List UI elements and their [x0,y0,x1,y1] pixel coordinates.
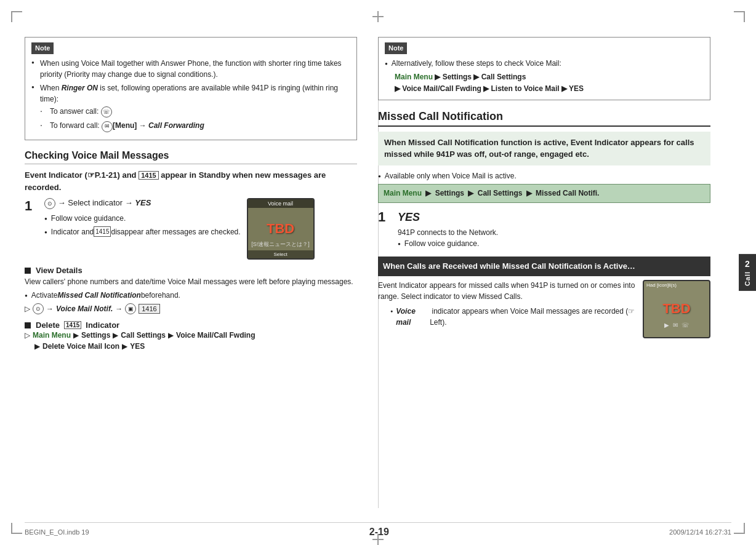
right-note-label: Note [385,42,407,54]
delete-nav-line-1: ▷ Main Menu ▶ Settings ▶ Call Settings ▶… [25,331,357,340]
when-calls-image-area: Had [icon]ll(s) TBD ▶ ✉ ☏ [643,280,710,338]
phone-japanese-1: [S!速報ニュースとは？] [251,241,310,249]
phone-screen-2: Had [icon]ll(s) TBD ▶ ✉ ☏ [644,281,709,337]
corner-mark-tl [11,11,22,22]
note-subitem-2: To forward call: ✉[Menu] → Call Forwardi… [40,120,350,132]
footer-left: BEGIN_E_OI.indb 19 [25,528,89,536]
answer-icon: ☏ [101,106,112,117]
left-note-box: Note When using Voice Mail together with… [25,37,357,140]
phone-title-1: Voice mail [248,199,313,208]
phone-screen-1: Voice mail TBD [S!速報ニュースとは？] Select [248,199,313,258]
note-item-2: When Ringer ON is set, following operati… [31,82,350,133]
corner-mark-bl [11,523,22,534]
missed-call-section-title: Missed Call Notification [378,110,710,127]
when-calls-body: Event Indicator appears for missed calls… [378,280,637,302]
note-item-1: When using Voice Mail together with Answ… [31,58,350,80]
step-1-content: ⊙ → Select indicator → YES Follow voice … [44,198,315,260]
view-details-bullet: Activate Missed Call Notification before… [25,290,357,301]
when-calls-bullet: Voice mail indicator appears when Voice … [378,306,637,328]
step-yes-label: YES [398,209,710,226]
phone-top-2: Had [icon]ll(s) [646,282,707,288]
delete-indicator-section: Delete 1415 Indicator ▷ Main Menu ▶ Sett… [25,320,357,351]
tab-number: 2 [745,259,750,269]
missed-call-highlight: When Missed Call Notification function i… [378,132,710,165]
tbd-label-2: TBD [662,301,690,317]
note-list: When using Voice Mail together with Answ… [31,58,350,133]
page-number: 2-19 [369,527,389,538]
when-calls-text: Event Indicator appears for missed calls… [378,280,637,338]
step-1-image-area: Voice mail TBD [S!速報ニュースとは？] Select [247,198,315,260]
phone-mockup-2: Had [icon]ll(s) TBD ▶ ✉ ☏ [643,280,710,338]
delete-indicator-heading: Delete 1415 Indicator [25,320,357,330]
black-square-icon [25,268,31,274]
missed-call-nav-path: Main Menu ▶ Settings ▶ Call Settings ▶ M… [378,184,710,203]
when-calls-heading: When Calls are Received while Missed Cal… [378,257,710,276]
corner-mark-br [734,523,745,534]
step-1-guidance: Follow voice guidance. [398,238,710,249]
right-column: Note Alternatively, follow these steps t… [378,37,710,508]
tab-text: Call [744,271,751,286]
available-note: Available only when Voice Mail is active… [378,170,710,181]
left-column: Note When using Voice Mail together with… [25,37,357,508]
nav-icon: ⊙ [44,198,55,209]
view-details-text: View callers' phone numbers and date/tim… [25,276,357,287]
delete-nav-line-2: ▶ Delete Voice Mail Icon ▶ YES [25,342,357,351]
right-note-box: Note Alternatively, follow these steps t… [378,37,710,100]
note-subitem-1: To answer call: ☏ [40,106,350,118]
step-1-instruction: ⊙ → Select indicator → YES [44,198,241,209]
tbd-label-1: TBD [267,221,294,237]
step-1-number: 1 [25,198,39,214]
voicemail-body-bold: Event Indicator (☞P.1-21) and 1415 appea… [25,169,357,193]
step-1-text: ⊙ → Select indicator → YES Follow voice … [44,198,241,260]
step-1-row: 1 ⊙ → Select indicator → YES Follow voic… [25,198,357,260]
nav-icon-2: ⊙ [33,303,44,314]
phone-mockup-1: Voice mail TBD [S!速報ニュースとは？] Select [247,198,315,260]
phone-icons-row: ▶ ✉ ☏ [644,322,709,328]
code-1416: 1416 [139,304,159,314]
right-note-nav: Main Menu ▶ Settings ▶ Call Settings ▶ V… [385,71,704,95]
voice-mail-label: Voice mail [396,306,430,328]
right-step-1-content: YES 941P connects to the Network. Follow… [398,209,710,252]
view-details-instr: ▷ ⊙ → Voice Mail Notif. → ▣ 1416 [25,303,357,314]
right-note-item: Alternatively, follow these steps to che… [385,58,704,69]
forward-icon: ✉ [102,121,113,132]
black-square-icon-2 [25,322,31,328]
right-step-1-row: 1 YES 941P connects to the Network. Foll… [378,209,710,252]
view-details-heading: View Details [25,266,357,275]
when-calls-content: Event Indicator appears for missed calls… [378,280,710,338]
phone-bottom-1: Select [248,250,313,258]
page-container: 2 Call Note When using Voice Mail togeth… [0,0,756,545]
footer-right: 2009/12/14 16:27:31 [669,528,731,536]
step-1-connects: 941P connects to the Network. [398,227,710,238]
step-1-bullet-1: Follow voice guidance. [44,213,241,224]
side-tab: 2 Call [739,254,756,291]
right-step-1-number: 1 [378,209,393,225]
step-1-bullet-2: Indicator and 1415 disappear after messa… [44,226,241,237]
page-footer: BEGIN_E_OI.indb 19 2-19 2009/12/14 16:27… [25,522,731,538]
nav-icon-3: ▣ [125,303,136,314]
view-details-section: View Details View callers' phone numbers… [25,266,357,314]
corner-mark-tr [734,11,745,22]
note-label: Note [31,42,54,54]
checking-voicemail-heading: Checking Voice Mail Messages [25,150,357,164]
